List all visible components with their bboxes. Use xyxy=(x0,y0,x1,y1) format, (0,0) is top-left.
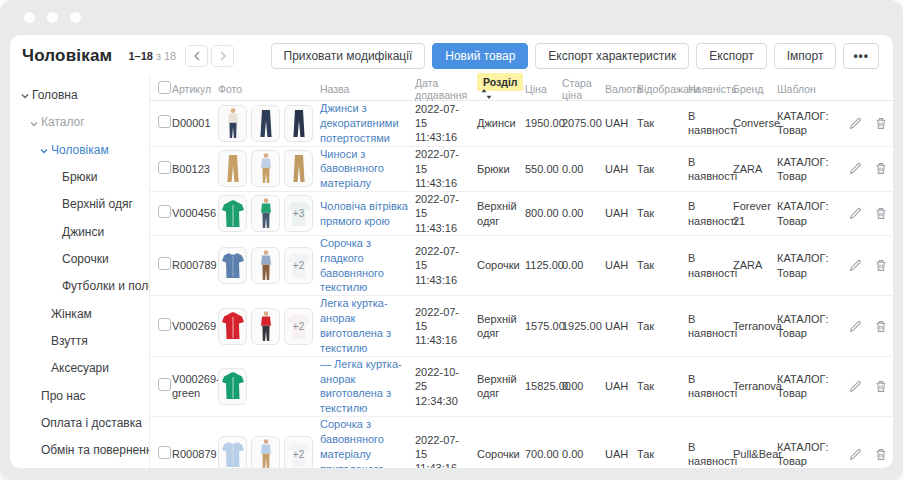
photo-thumbnails[interactable]: +2 xyxy=(218,308,320,345)
edit-button[interactable] xyxy=(849,259,862,272)
prev-page-button[interactable] xyxy=(185,45,208,67)
delete-button[interactable] xyxy=(875,207,887,220)
new-product-button[interactable]: Новий товар xyxy=(432,43,528,69)
more-photos-badge[interactable]: +2 xyxy=(284,308,313,345)
product-photo[interactable] xyxy=(218,436,247,468)
product-name-link[interactable]: Сорочка з гладкого бавовняного текстилю xyxy=(320,236,409,295)
edit-button[interactable] xyxy=(849,380,862,393)
product-name-link[interactable]: Сорочка з бавовняного матеріалу притален… xyxy=(320,417,409,468)
brand-cell: Terranova xyxy=(733,379,777,393)
old-price-cell: 0.00 xyxy=(562,206,605,220)
window-close-button[interactable] xyxy=(24,12,35,23)
product-photo[interactable] xyxy=(284,105,313,142)
more-photos-badge[interactable]: +3 xyxy=(284,195,313,232)
product-photo[interactable] xyxy=(251,308,280,345)
next-page-button[interactable] xyxy=(211,45,234,67)
column-display[interactable]: Відображати xyxy=(637,83,688,95)
export-characteristics-button[interactable]: Експорт характеристик xyxy=(535,43,689,69)
delete-button[interactable] xyxy=(875,117,887,130)
sort-icon[interactable] xyxy=(481,89,492,101)
product-photo[interactable] xyxy=(218,195,247,232)
window-maximize-button[interactable] xyxy=(70,12,81,23)
sidebar-item[interactable]: Джинси xyxy=(10,219,149,246)
product-name-link[interactable]: Джинси з декоративними потертостями xyxy=(320,101,409,146)
column-section[interactable]: Розділ xyxy=(477,76,525,101)
row-checkbox[interactable] xyxy=(158,446,171,459)
edit-button[interactable] xyxy=(849,162,862,175)
window-minimize-button[interactable] xyxy=(47,12,58,23)
sidebar-item[interactable]: Оплата і доставка xyxy=(10,410,149,437)
photo-thumbnails[interactable]: +2 xyxy=(218,247,320,284)
price-cell: 1575.00 xyxy=(525,319,562,333)
edit-button[interactable] xyxy=(849,320,862,333)
template-cell: КАТАЛОГ: Товар xyxy=(777,372,838,401)
product-photo[interactable] xyxy=(218,368,247,405)
delete-button[interactable] xyxy=(875,320,887,333)
sidebar-item[interactable]: Головна xyxy=(10,82,149,109)
edit-button[interactable] xyxy=(849,207,862,220)
column-old-price[interactable]: Стара ціна xyxy=(562,77,605,101)
column-price[interactable]: Ціна xyxy=(525,83,562,95)
photo-thumbnails[interactable]: +3 xyxy=(218,195,320,232)
photo-thumbnails[interactable] xyxy=(218,368,320,405)
product-photo[interactable] xyxy=(284,150,313,187)
delete-button[interactable] xyxy=(875,259,887,272)
column-brand[interactable]: Бренд xyxy=(733,83,777,95)
photo-thumbnails[interactable]: +2 xyxy=(218,436,320,468)
edit-button[interactable] xyxy=(849,448,862,461)
product-name-link[interactable]: Чиноси з бавовняного матеріалу xyxy=(320,147,409,192)
product-photo[interactable] xyxy=(218,105,247,142)
row-checkbox[interactable] xyxy=(158,115,171,128)
delete-button[interactable] xyxy=(875,380,887,393)
hide-modifications-button[interactable]: Приховати модифікації xyxy=(271,43,426,69)
sidebar-item[interactable]: Брюки xyxy=(10,164,149,191)
row-checkbox[interactable] xyxy=(158,257,171,270)
sidebar-item[interactable]: Аксесуари xyxy=(10,355,149,382)
more-photos-badge[interactable]: +2 xyxy=(284,247,313,284)
product-name-link[interactable]: Чоловіча вітрівка прямого крою xyxy=(320,199,409,229)
column-date-added[interactable]: Дата додавання xyxy=(415,77,477,101)
column-availability[interactable]: Наявність xyxy=(688,83,733,95)
sidebar-item[interactable]: Взуття xyxy=(10,328,149,355)
trash-icon xyxy=(875,448,887,461)
sidebar-item[interactable]: Сорочки xyxy=(10,246,149,273)
column-template[interactable]: Шаблон xyxy=(777,83,838,95)
import-button[interactable]: Імпорт xyxy=(774,43,837,69)
product-photo[interactable] xyxy=(251,195,280,232)
product-photo[interactable] xyxy=(251,150,280,187)
sidebar-item[interactable]: Чоловікам xyxy=(10,137,149,164)
sidebar-item[interactable]: Верхній одяг xyxy=(10,191,149,218)
column-photo[interactable]: Фото xyxy=(218,83,320,95)
delete-button[interactable] xyxy=(875,162,887,175)
product-photo[interactable] xyxy=(218,308,247,345)
column-name[interactable]: Назва xyxy=(320,83,415,95)
sidebar-item[interactable]: Футболки и поло xyxy=(10,273,149,300)
sidebar-item[interactable]: Каталог xyxy=(10,109,149,136)
sidebar-item[interactable]: Контактна інформація xyxy=(10,465,149,468)
row-checkbox[interactable] xyxy=(158,205,171,218)
product-photo[interactable] xyxy=(218,247,247,284)
column-article[interactable]: Артикул xyxy=(172,83,218,95)
delete-button[interactable] xyxy=(875,448,887,461)
product-photo[interactable] xyxy=(218,150,247,187)
more-photos-badge[interactable]: +2 xyxy=(284,436,313,468)
product-name-link[interactable]: Легка куртка-анорак виготовлена з тексти… xyxy=(320,296,409,355)
sidebar-item[interactable]: Обмін та повернення xyxy=(10,437,149,464)
photo-thumbnails[interactable] xyxy=(218,105,320,142)
select-all-checkbox[interactable] xyxy=(158,81,171,94)
brand-cell: Forever 21 xyxy=(733,199,777,228)
product-photo[interactable] xyxy=(251,247,280,284)
product-photo[interactable] xyxy=(251,105,280,142)
edit-button[interactable] xyxy=(849,117,862,130)
row-checkbox[interactable] xyxy=(158,378,171,391)
product-photo[interactable] xyxy=(251,436,280,468)
sidebar-item[interactable]: Жінкам xyxy=(10,301,149,328)
photo-thumbnails[interactable] xyxy=(218,150,320,187)
sidebar-item[interactable]: Про нас xyxy=(10,383,149,410)
product-name-link[interactable]: — Легка куртка-анорак виготовлена з текс… xyxy=(320,357,409,416)
more-actions-button[interactable]: ••• xyxy=(843,43,879,69)
row-checkbox[interactable] xyxy=(158,318,171,331)
column-currency[interactable]: Валюта xyxy=(605,83,637,95)
export-button[interactable]: Експорт xyxy=(696,43,766,69)
row-checkbox[interactable] xyxy=(158,161,171,174)
